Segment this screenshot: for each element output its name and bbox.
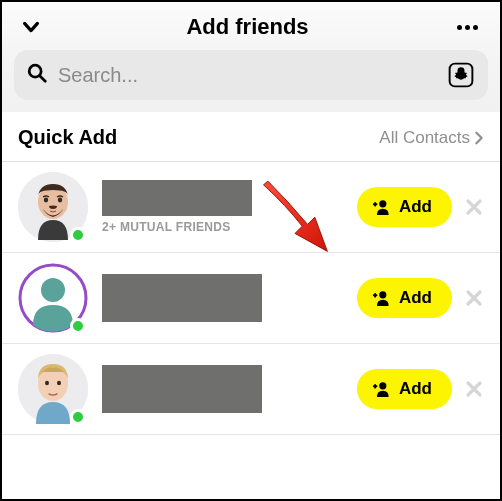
close-chevron-icon[interactable]	[20, 16, 42, 38]
dismiss-button[interactable]	[456, 280, 492, 316]
svg-point-15	[379, 382, 386, 389]
add-friend-button[interactable]: Add	[357, 278, 452, 318]
svg-point-5	[44, 198, 48, 203]
add-friend-icon	[371, 289, 391, 307]
add-button-label: Add	[399, 379, 432, 399]
svg-line-1	[40, 76, 46, 82]
quick-add-list: 2+ MUTUAL FRIENDS Add Add	[2, 161, 500, 435]
header: Add friends	[2, 2, 500, 50]
search-input[interactable]	[58, 64, 436, 87]
avatar[interactable]	[18, 172, 88, 242]
add-button-label: Add	[399, 288, 432, 308]
dismiss-button[interactable]	[456, 189, 492, 225]
svg-point-13	[45, 381, 49, 385]
svg-point-6	[58, 198, 62, 203]
online-indicator-icon	[70, 227, 86, 243]
close-icon	[465, 380, 483, 398]
search-container	[2, 50, 500, 112]
search-icon	[26, 62, 48, 88]
online-indicator-icon	[70, 318, 86, 334]
page-title: Add friends	[186, 14, 308, 40]
close-icon	[465, 289, 483, 307]
add-friend-icon	[371, 380, 391, 398]
friend-info	[102, 365, 357, 413]
mutual-friends-label: 2+ MUTUAL FRIENDS	[102, 220, 357, 234]
svg-point-7	[379, 200, 386, 207]
dismiss-button[interactable]	[456, 371, 492, 407]
more-options-icon[interactable]	[453, 21, 482, 34]
friend-suggestion-row: Add	[2, 344, 500, 435]
section-header: Quick Add All Contacts	[2, 112, 500, 161]
add-button-label: Add	[399, 197, 432, 217]
section-title: Quick Add	[18, 126, 117, 149]
friend-name-redacted	[102, 274, 262, 322]
friend-suggestion-row: 2+ MUTUAL FRIENDS Add	[2, 162, 500, 253]
friend-info	[102, 274, 357, 322]
svg-point-9	[41, 278, 65, 302]
avatar[interactable]	[18, 263, 88, 333]
avatar[interactable]	[18, 354, 88, 424]
search-bar[interactable]	[14, 50, 488, 100]
friend-name-redacted	[102, 180, 252, 216]
friend-name-redacted	[102, 365, 262, 413]
add-friend-button[interactable]: Add	[357, 369, 452, 409]
online-indicator-icon	[70, 409, 86, 425]
svg-point-14	[57, 381, 61, 385]
all-contacts-link[interactable]: All Contacts	[379, 128, 484, 148]
friend-suggestion-row: Add	[2, 253, 500, 344]
close-icon	[465, 198, 483, 216]
add-friend-icon	[371, 198, 391, 216]
friend-info: 2+ MUTUAL FRIENDS	[102, 180, 357, 234]
chevron-right-icon	[474, 131, 484, 145]
all-contacts-label: All Contacts	[379, 128, 470, 148]
svg-point-10	[379, 291, 386, 298]
snapcode-scan-icon[interactable]	[446, 60, 476, 90]
add-friend-button[interactable]: Add	[357, 187, 452, 227]
